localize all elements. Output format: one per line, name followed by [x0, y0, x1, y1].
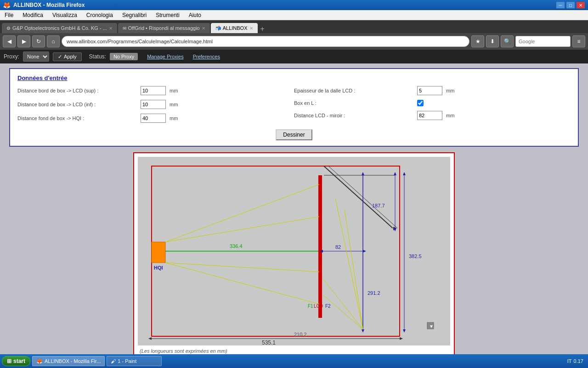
menu-icon[interactable]: ≡	[572, 35, 585, 47]
form-row-fond: Distance fond de box -> HQI : mm	[17, 114, 294, 123]
epaisseur-label: Epaisseur de la dalle LCD :	[294, 88, 413, 93]
reload-button[interactable]: ↻	[32, 35, 45, 47]
lang-indicator: IT	[567, 358, 572, 364]
diagram-svg: HQI 336.4 F1 LCD F2	[138, 157, 450, 345]
manage-proxies-link[interactable]: Manage Proxies	[147, 54, 184, 59]
system-tray: IT 0.17	[567, 358, 586, 364]
title-bar-controls: ─ □ ✕	[556, 1, 585, 9]
menu-visualizza[interactable]: Visualizza	[50, 11, 80, 19]
svg-text:187.7: 187.7	[372, 203, 385, 208]
windows-logo-icon: ⊞	[7, 358, 11, 364]
distance-sup-label: Distance bord de box -> LCD (sup) :	[17, 88, 137, 93]
new-tab-button[interactable]: +	[259, 25, 266, 33]
distance-fond-label: Distance fond de box -> HQI :	[17, 115, 137, 121]
tab-2-close[interactable]: ✕	[202, 26, 205, 31]
tab-3-label: ALLINBOX	[223, 25, 248, 31]
tab-1-icon: ⚙	[6, 26, 11, 31]
search-icon[interactable]: 🔍	[501, 35, 514, 47]
start-button[interactable]: ⊞ start	[2, 356, 30, 366]
taskbar: ⊞ start 🦊 ALLINBOX - Mozilla Fir... 🖌 1 …	[0, 354, 588, 368]
unit-inf: mm	[170, 102, 178, 107]
svg-rect-2	[152, 242, 165, 263]
content-inner: Données d'entrée Distance bord de box ->…	[0, 63, 588, 354]
svg-text:291.2: 291.2	[368, 290, 380, 296]
preferences-link[interactable]: Preferences	[193, 54, 220, 59]
svg-text:HQI: HQI	[154, 265, 163, 270]
menu-aiuto[interactable]: Aiuto	[186, 11, 204, 19]
svg-text:535.1: 535.1	[262, 339, 276, 345]
search-input[interactable]	[515, 36, 571, 47]
status-value: No Proxy	[110, 53, 138, 60]
diagram-canvas: HQI 336.4 F1 LCD F2	[138, 157, 450, 345]
form-row-box-l: Box en L :	[294, 100, 571, 106]
menu-modifica[interactable]: Modifica	[20, 11, 46, 19]
menu-segnalibri[interactable]: Segnalibri	[119, 11, 149, 19]
back-button[interactable]: ◀	[3, 35, 16, 47]
menu-cronologia[interactable]: Cronologia	[84, 11, 116, 19]
form-row-lcd-miroir: Distance LCD - miroir : mm	[294, 111, 571, 120]
svg-text:82: 82	[335, 244, 341, 250]
firefox-taskbar-icon: 🦊	[36, 358, 43, 364]
box-en-l-checkbox[interactable]	[417, 100, 424, 106]
apply-button[interactable]: ✓ Apply	[53, 52, 82, 61]
proxy-label: Proxy:	[4, 53, 19, 60]
svg-text:F2: F2	[325, 304, 331, 309]
svg-text:▼: ▼	[429, 324, 434, 329]
form-grid: Distance bord de box -> LCD (sup) : mm D…	[17, 86, 571, 126]
forward-button[interactable]: ▶	[17, 35, 30, 47]
svg-text:382.5: 382.5	[409, 253, 422, 259]
form-section: Données d'entrée Distance bord de box ->…	[9, 68, 579, 147]
distance-lcd-input[interactable]	[417, 111, 442, 120]
svg-text:F1: F1	[308, 304, 313, 309]
tab-2-icon: ✉	[123, 26, 126, 31]
svg-rect-6	[318, 175, 322, 318]
unit-fond: mm	[170, 115, 178, 121]
clock: 0.17	[574, 358, 583, 364]
tab-2-label: OffGrid • Rispondi al messaggio	[128, 25, 200, 31]
distance-sup-input[interactable]	[141, 86, 166, 95]
tab-3-icon: 📬	[215, 26, 221, 31]
tab-1[interactable]: ⚙ G&P Optoelectronics GmbH & Co. KG - ..…	[2, 23, 117, 33]
address-bar: ◀ ▶ ↻ ⌂ ★ ⬇ 🔍 ≡	[0, 33, 588, 50]
url-input[interactable]	[62, 36, 469, 47]
tab-2[interactable]: ✉ OffGrid • Rispondi al messaggio ✕	[118, 23, 210, 33]
svg-text:LCD: LCD	[314, 304, 323, 309]
distance-inf-input[interactable]	[141, 100, 166, 109]
unit-lcd: mm	[446, 113, 454, 118]
menu-file[interactable]: File	[2, 11, 16, 19]
box-en-l-label: Box en L :	[294, 100, 413, 106]
tab-bar: ⚙ G&P Optoelectronics GmbH & Co. KG - ..…	[0, 20, 588, 33]
bookmark-button[interactable]: ★	[471, 35, 484, 47]
unit-sup: mm	[170, 88, 178, 93]
title-bar: 🦊 ALLINBOX - Mozilla Firefox ─ □ ✕	[0, 0, 588, 10]
epaisseur-input[interactable]	[417, 86, 442, 95]
menu-bar: File Modifica Visualizza Cronologia Segn…	[0, 10, 588, 20]
tab-3-close[interactable]: ✕	[249, 26, 253, 31]
distance-fond-input[interactable]	[141, 114, 166, 123]
taskbar-item-paint[interactable]: 🖌 1 - Paint	[107, 356, 162, 366]
distance-lcd-label: Distance LCD - miroir :	[294, 113, 413, 118]
tab-1-close[interactable]: ✕	[109, 26, 113, 31]
form-row-inf: Distance bord de box -> LCD (inf) : mm	[17, 100, 294, 109]
tab-3[interactable]: 📬 ALLINBOX ✕	[211, 23, 258, 33]
proxy-select[interactable]: None	[23, 52, 49, 62]
maximize-button[interactable]: □	[566, 1, 575, 9]
window-title: ALLINBOX - Mozilla Firefox	[13, 2, 85, 8]
firefox-logo: 🦊	[3, 1, 11, 9]
menu-strumenti[interactable]: Strumenti	[153, 11, 182, 19]
dessiner-button[interactable]: Dessiner	[276, 129, 312, 140]
form-row-epaisseur: Epaisseur de la dalle LCD : mm	[294, 86, 571, 95]
download-button[interactable]: ⬇	[486, 35, 499, 47]
diagram-section: HQI 336.4 F1 LCD F2	[133, 152, 455, 354]
close-button[interactable]: ✕	[576, 1, 585, 9]
checkmark-icon: ✓	[58, 54, 62, 60]
form-title: Données d'entrée	[17, 75, 571, 81]
minimize-button[interactable]: ─	[556, 1, 565, 9]
scroll-container[interactable]: Données d'entrée Distance bord de box ->…	[0, 63, 588, 354]
tab-1-label: G&P Optoelectronics GmbH & Co. KG - ...	[12, 25, 107, 31]
diagram-footer: (Les longueurs sont exprimées en mm)	[138, 348, 450, 354]
taskbar-item-firefox[interactable]: 🦊 ALLINBOX - Mozilla Fir...	[32, 356, 105, 366]
form-col-left: Distance bord de box -> LCD (sup) : mm D…	[17, 86, 294, 126]
home-button[interactable]: ⌂	[47, 35, 60, 47]
form-row-sup: Distance bord de box -> LCD (sup) : mm	[17, 86, 294, 95]
